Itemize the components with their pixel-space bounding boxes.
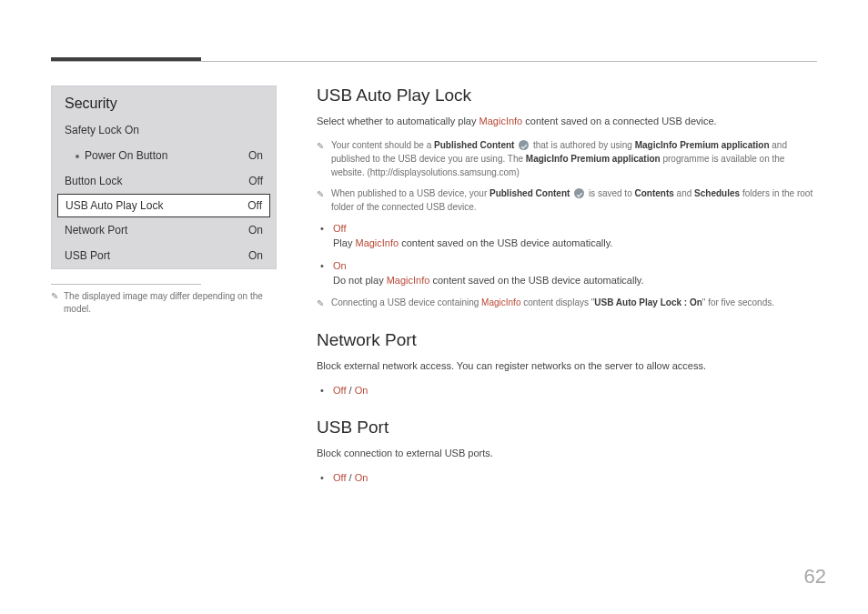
bold-text: Schedules bbox=[694, 188, 740, 198]
page-number: 62 bbox=[804, 565, 826, 589]
published-content-icon bbox=[574, 188, 584, 198]
bold-text: Contents bbox=[634, 188, 673, 198]
pencil-icon: ✎ bbox=[317, 297, 324, 310]
pencil-icon: ✎ bbox=[317, 187, 324, 214]
text: Your content should be a bbox=[331, 140, 434, 150]
text: content saved on the USB device automati… bbox=[429, 275, 643, 286]
text: Connecting a USB device containing bbox=[331, 297, 481, 307]
footnote-rule bbox=[51, 284, 201, 285]
sidebar-column: Security Safety Lock On Power On Button … bbox=[51, 86, 277, 493]
bold-text: MagicInfo Premium application bbox=[526, 154, 661, 164]
text: content saved on a connected USB device. bbox=[522, 116, 716, 126]
text: is saved to bbox=[589, 188, 635, 198]
bold-text: MagicInfo Premium application bbox=[635, 140, 770, 150]
text: Do not play bbox=[333, 275, 387, 286]
bullet-icon bbox=[76, 155, 79, 158]
content-column: USB Auto Play Lock Select whether to aut… bbox=[317, 86, 817, 493]
note-text: Connecting a USB device containing Magic… bbox=[331, 296, 774, 310]
bold-text: Published Content bbox=[434, 140, 514, 150]
menu-title: Security bbox=[52, 86, 276, 117]
menu-row-label-text: Power On Button bbox=[85, 149, 167, 162]
security-menu: Security Safety Lock On Power On Button … bbox=[51, 86, 277, 269]
section-title-network-port: Network Port bbox=[317, 330, 817, 350]
section1-note2: ✎ When published to a USB device, your P… bbox=[317, 186, 817, 214]
section1-note3: ✎ Connecting a USB device containing Mag… bbox=[317, 296, 817, 310]
option-off: Off Play MagicInfo content saved on the … bbox=[333, 221, 817, 251]
menu-row-power-on-button[interactable]: Power On Button On bbox=[52, 143, 276, 168]
text: content displays " bbox=[520, 297, 594, 307]
option-on: On bbox=[355, 385, 368, 396]
menu-row-usb-auto-play-lock[interactable]: USB Auto Play Lock Off bbox=[57, 194, 270, 217]
section2-options: Off / On bbox=[317, 383, 817, 398]
text: " for five seconds. bbox=[702, 297, 774, 307]
pencil-icon: ✎ bbox=[317, 139, 324, 179]
menu-row-value: Off bbox=[248, 175, 263, 187]
text: Play bbox=[333, 237, 355, 248]
section-title-usb-auto-play-lock: USB Auto Play Lock bbox=[317, 86, 817, 106]
section3-body: Block connection to external USB ports. bbox=[317, 447, 817, 461]
sidebar-footnote: ✎ The displayed image may differ dependi… bbox=[51, 290, 277, 316]
text: that is authored by using bbox=[533, 140, 635, 150]
section1-note1: ✎ Your content should be a Published Con… bbox=[317, 138, 817, 179]
menu-row-label: Button Lock bbox=[65, 175, 122, 187]
pencil-icon: ✎ bbox=[51, 290, 58, 316]
term-magicinfo: MagicInfo bbox=[479, 116, 523, 126]
section1-options: Off Play MagicInfo content saved on the … bbox=[317, 221, 817, 288]
menu-row-safety-lock[interactable]: Safety Lock On bbox=[52, 117, 276, 143]
term-magicinfo: MagicInfo bbox=[355, 237, 399, 248]
bold-text: Published Content bbox=[490, 188, 570, 198]
menu-row-network-port[interactable]: Network Port On bbox=[52, 217, 276, 243]
text: and bbox=[674, 188, 694, 198]
menu-row-label: Network Port bbox=[65, 224, 127, 237]
text: content saved on the USB device automati… bbox=[399, 237, 612, 248]
menu-row-value: Off bbox=[247, 199, 262, 212]
option-off-on: Off / On bbox=[333, 383, 817, 398]
term-magicinfo: MagicInfo bbox=[387, 275, 430, 286]
separator: / bbox=[346, 472, 354, 483]
option-off: Off bbox=[333, 472, 346, 483]
menu-row-value: On bbox=[248, 249, 263, 262]
option-on: On Do not play MagicInfo content saved o… bbox=[333, 258, 817, 288]
menu-row-label: Safety Lock On bbox=[65, 124, 139, 136]
note-text: When published to a USB device, your Pub… bbox=[331, 186, 817, 214]
footnote-text: The displayed image may differ depending… bbox=[64, 290, 277, 316]
bold-text: USB Auto Play Lock : On bbox=[594, 297, 702, 307]
menu-row-label: Power On Button bbox=[65, 149, 167, 162]
header-rule bbox=[51, 61, 817, 62]
menu-row-value: On bbox=[248, 224, 263, 237]
published-content-icon bbox=[519, 140, 529, 150]
text: When published to a USB device, your bbox=[331, 188, 490, 198]
option-label: On bbox=[333, 260, 347, 271]
menu-row-label: USB Auto Play Lock bbox=[66, 199, 163, 212]
note-text: Your content should be a Published Conte… bbox=[331, 138, 817, 179]
option-off-on: Off / On bbox=[333, 470, 817, 486]
option-on: On bbox=[355, 472, 368, 483]
menu-row-label: USB Port bbox=[65, 249, 110, 262]
menu-row-button-lock[interactable]: Button Lock Off bbox=[52, 168, 276, 194]
text: Select whether to automatically play bbox=[317, 116, 479, 126]
separator: / bbox=[346, 385, 354, 396]
section-title-usb-port: USB Port bbox=[317, 418, 817, 438]
option-label: Off bbox=[333, 223, 346, 234]
term-magicinfo: MagicInfo bbox=[481, 297, 520, 307]
option-off: Off bbox=[333, 385, 346, 396]
section2-body: Block external network access. You can r… bbox=[317, 359, 817, 374]
menu-row-usb-port[interactable]: USB Port On bbox=[52, 243, 276, 268]
section3-options: Off / On bbox=[317, 470, 817, 486]
menu-row-value: On bbox=[248, 149, 263, 162]
section1-intro: Select whether to automatically play Mag… bbox=[317, 115, 817, 129]
